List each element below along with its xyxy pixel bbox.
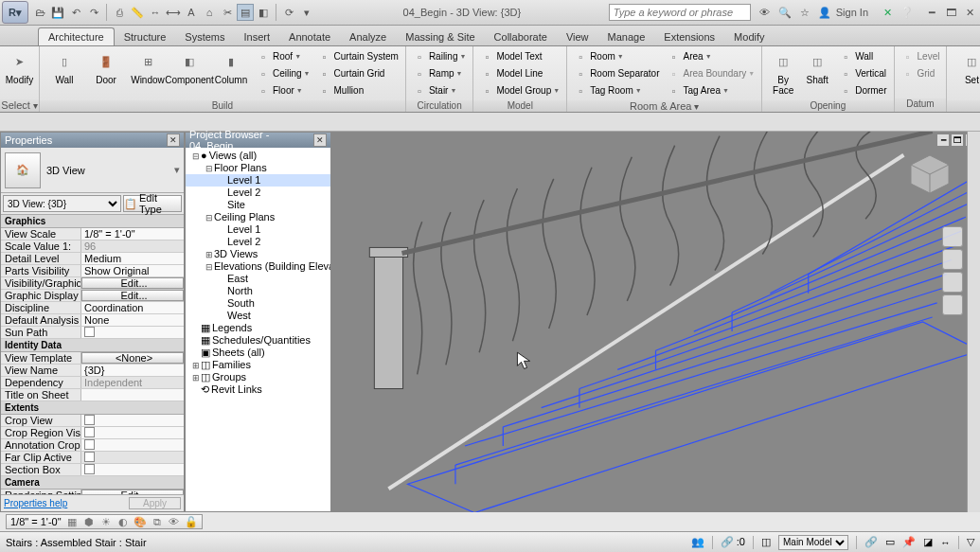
- shadow-icon[interactable]: ◐: [116, 515, 130, 528]
- prop-row[interactable]: DisciplineCoordination: [1, 302, 184, 314]
- tree-node[interactable]: ▦Schedules/Quantities: [186, 334, 330, 347]
- prop-row[interactable]: View Name{3D}: [1, 365, 184, 377]
- tree-node[interactable]: Level 1: [186, 223, 330, 236]
- tab-extensions[interactable]: Extensions: [654, 28, 724, 45]
- wall-button[interactable]: ▯Wall: [44, 48, 85, 98]
- model-text-button[interactable]: ▫Model Text: [477, 48, 562, 64]
- prop-row[interactable]: DependencyIndependent: [1, 377, 184, 389]
- tree-node[interactable]: West: [186, 310, 330, 322]
- tree-expander-icon[interactable]: ⊞: [191, 372, 201, 383]
- tab-massing-site[interactable]: Massing & Site: [396, 28, 484, 45]
- roof-button[interactable]: ▫Roof▼: [254, 48, 313, 64]
- sunpath-icon[interactable]: ☀: [99, 515, 113, 528]
- signin-icon[interactable]: 👤: [816, 4, 833, 21]
- tree-node[interactable]: ▦Legends: [186, 322, 330, 334]
- prop-row[interactable]: Section Box: [1, 464, 184, 476]
- save-icon[interactable]: 💾: [49, 4, 66, 21]
- tree-node[interactable]: ⊟●Views (all): [186, 150, 330, 162]
- app-menu-button[interactable]: R▾: [2, 1, 28, 24]
- prop-row[interactable]: Default Analysis ...None: [1, 314, 184, 327]
- prop-group-identity-data[interactable]: Identity Data: [1, 339, 184, 352]
- tree-node[interactable]: ⊟Elevations (Building Elevat: [186, 260, 330, 273]
- design-options-icon[interactable]: ◫: [761, 536, 771, 548]
- tree-node[interactable]: Site: [186, 199, 330, 211]
- tab-analyze[interactable]: Analyze: [340, 28, 396, 45]
- grid-button[interactable]: ▫Grid: [899, 65, 943, 81]
- worksets-icon[interactable]: 👥: [691, 536, 704, 548]
- crop-icon[interactable]: ⧉: [151, 515, 164, 528]
- tab-systems[interactable]: Systems: [175, 28, 234, 45]
- tree-node[interactable]: ⊞◫Groups: [186, 371, 330, 383]
- prop-row[interactable]: Parts VisibilityShow Original: [1, 265, 184, 277]
- open-icon[interactable]: 🗁: [31, 4, 48, 21]
- prop-row[interactable]: Sun Path: [1, 327, 184, 339]
- tree-node[interactable]: Level 1: [186, 174, 330, 187]
- tab-architecture[interactable]: Architecture: [38, 27, 115, 45]
- measure-icon[interactable]: 📏: [129, 4, 146, 21]
- reveal-icon[interactable]: 🔓: [185, 515, 198, 528]
- stair-button[interactable]: ▫Stair▼: [410, 82, 470, 98]
- view-cube[interactable]: [906, 151, 953, 198]
- floor-button[interactable]: ▫Floor▼: [254, 82, 313, 98]
- model-group-button[interactable]: ▫Model Group▼: [477, 82, 562, 98]
- railing-button[interactable]: ▫Railing▼: [410, 48, 470, 64]
- area-boundary-button[interactable]: ▫Area Boundary▼: [665, 65, 758, 81]
- prop-row[interactable]: Crop View: [1, 415, 184, 427]
- tree-node[interactable]: East: [186, 273, 330, 285]
- search-input[interactable]: [609, 4, 751, 21]
- tree-node[interactable]: North: [186, 285, 330, 297]
- align-icon[interactable]: ↔: [147, 4, 164, 21]
- properties-help-link[interactable]: Properties help: [4, 498, 67, 508]
- dim-icon[interactable]: ⟷: [165, 4, 182, 21]
- curtain-system-button[interactable]: ▫Curtain System: [315, 48, 401, 64]
- orbit-icon[interactable]: [942, 294, 963, 315]
- signin-label[interactable]: Sign In: [836, 7, 868, 18]
- tree-expander-icon[interactable]: ⊟: [205, 261, 214, 273]
- instance-selector[interactable]: 3D View: {3D}: [3, 195, 121, 212]
- render-icon[interactable]: 🎨: [134, 515, 147, 528]
- prop-row[interactable]: Annotation Crop: [1, 439, 184, 452]
- tab-view[interactable]: View: [557, 28, 598, 45]
- tab-insert[interactable]: Insert: [235, 28, 280, 45]
- area-button[interactable]: ▫Area▼: [665, 48, 758, 64]
- component-button[interactable]: ◧Component: [169, 48, 210, 98]
- viewport-scrollbar[interactable]: [967, 132, 980, 512]
- room-panel-title[interactable]: Room & Area ▾: [567, 100, 761, 112]
- tree-node[interactable]: Level 2: [186, 236, 330, 248]
- tab-structure[interactable]: Structure: [115, 28, 176, 45]
- tree-expander-icon[interactable]: ⊟: [191, 151, 201, 162]
- thinline-icon[interactable]: ▤: [237, 4, 254, 21]
- by-face-button[interactable]: ◫ByFace: [766, 48, 800, 98]
- model-line-button[interactable]: ▫Model Line: [477, 65, 562, 81]
- tree-node[interactable]: ⟲Revit Links: [186, 383, 330, 396]
- section-icon[interactable]: ✂: [219, 4, 236, 21]
- drag-icon[interactable]: ↔: [940, 537, 951, 548]
- room-button[interactable]: ▫Room▼: [571, 48, 662, 64]
- subscription-icon[interactable]: 👁: [757, 4, 774, 21]
- prop-row[interactable]: Scale Value 1:96: [1, 240, 184, 253]
- type-dropdown-icon[interactable]: ▾: [174, 164, 180, 176]
- tree-node[interactable]: ⊞3D Views: [186, 248, 330, 260]
- undo-icon[interactable]: ↶: [67, 4, 84, 21]
- zoom-icon[interactable]: [942, 272, 963, 293]
- prop-row[interactable]: Detail LevelMedium: [1, 253, 184, 265]
- default3d-icon[interactable]: ⌂: [201, 4, 218, 21]
- sync-icon[interactable]: ⟳: [280, 4, 297, 21]
- prop-row[interactable]: Far Clip Active: [1, 452, 184, 464]
- select-links-icon[interactable]: 🔗: [864, 536, 878, 548]
- edit-type-button[interactable]: 📋Edit Type: [123, 195, 182, 212]
- ramp-button[interactable]: ▫Ramp▼: [410, 65, 470, 81]
- apply-button[interactable]: Apply: [129, 497, 181, 509]
- prop-group-camera[interactable]: Camera: [1, 476, 184, 490]
- maximize-icon[interactable]: 🗖: [942, 4, 959, 21]
- tab-manage[interactable]: Manage: [598, 28, 655, 45]
- dormer-button[interactable]: ▫Dormer: [836, 82, 889, 98]
- tab-annotate[interactable]: Annotate: [279, 28, 340, 45]
- browser-close-icon[interactable]: ✕: [313, 134, 327, 147]
- vertical-button[interactable]: ▫Vertical: [836, 65, 889, 81]
- prop-row[interactable]: View Scale1/8" = 1'-0": [1, 228, 184, 240]
- select-underlay-icon[interactable]: ▭: [885, 536, 895, 548]
- viewport-3d[interactable]: ━ 🗖 ✕: [331, 132, 980, 512]
- properties-close-icon[interactable]: ✕: [167, 134, 180, 147]
- steering-wheel-icon[interactable]: [942, 226, 963, 247]
